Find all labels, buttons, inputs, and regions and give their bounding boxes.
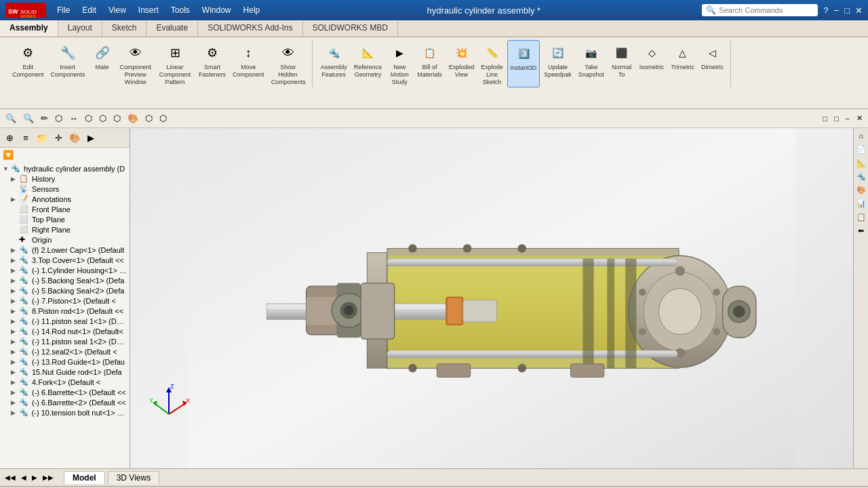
bottom-tab-model[interactable]: Model bbox=[64, 471, 105, 484]
ribbon-btn-explode[interactable]: 📏ExplodeLineSketch bbox=[478, 40, 506, 87]
markup-btn[interactable]: 📊 bbox=[855, 197, 867, 209]
menu-item-help[interactable]: Help bbox=[238, 4, 266, 16]
ribbon-btn-linear-component[interactable]: ⊞Linear ComponentPattern bbox=[155, 40, 195, 87]
tab-evaluate[interactable]: Evaluate bbox=[146, 20, 198, 37]
view-toolbar-btn[interactable]: 🔍 bbox=[3, 112, 19, 125]
ribbon-btn-show[interactable]: 👁ShowHiddenComponents bbox=[269, 40, 308, 87]
ribbon-btn-instant3d[interactable]: 3️⃣Instant3D bbox=[507, 40, 540, 87]
tree-item[interactable]: ▶🔩(-) 6.Barrette<1> (Default << bbox=[0, 387, 130, 397]
panel-expand-btn[interactable]: ▶ bbox=[83, 130, 98, 145]
3d-viewport[interactable]: Z X Y bbox=[130, 128, 853, 468]
view-display-btn[interactable]: ⬡ bbox=[82, 112, 95, 125]
view-window-close-small[interactable]: − bbox=[843, 113, 852, 124]
tree-item[interactable]: ▶🔩3.Top Cover<1> (Default << bbox=[0, 255, 130, 265]
menu-item-edit[interactable]: Edit bbox=[77, 4, 102, 16]
close-button[interactable]: ✕ bbox=[855, 5, 863, 16]
ribbon-btn-move[interactable]: ↕MoveComponent bbox=[230, 40, 267, 87]
tree-item[interactable]: ▶🔩(-) 7.Piston<1> (Default < bbox=[0, 296, 130, 306]
menu-item-file[interactable]: File bbox=[52, 4, 75, 16]
tree-item[interactable]: ▶🔩(-) 10.tension bolt nut<1> (I... bbox=[0, 407, 130, 418]
tab-solidworks-add-ins[interactable]: SOLIDWORKS Add-Ins bbox=[198, 20, 302, 37]
tree-item[interactable]: ▶🔩4.Fork<1> (Default < bbox=[0, 377, 130, 387]
tree-item[interactable]: ▶🔩(-) 5.Backing Seal<1> (Defa bbox=[0, 275, 130, 285]
tree-item[interactable]: ▶🔩(-) 11.piston seal 1<2> (Defa bbox=[0, 336, 130, 346]
tree-item[interactable]: ▼🔩hydraulic cylinder assembly (D bbox=[0, 163, 130, 174]
tab-sketch[interactable]: Sketch bbox=[102, 20, 147, 37]
ribbon-btn-edit[interactable]: ⚙EditComponent bbox=[9, 40, 47, 87]
ribbon-btn-exploded[interactable]: 💥ExplodedView bbox=[446, 40, 477, 87]
ribbon-btn-update[interactable]: 🔄UpdateSpeedpak bbox=[541, 40, 574, 87]
tree-item[interactable]: ▶🔩(-) 1.Cylinder Housing<1> (D bbox=[0, 265, 130, 275]
tree-item[interactable]: ▶🔩(-) 11.piston seal 1<1> (Defa bbox=[0, 316, 130, 326]
ribbon-btn-insert[interactable]: 🔧InsertComponents bbox=[48, 40, 87, 87]
tree-item[interactable]: ▶🔩(f) 2.Lower Cap<1> (Default bbox=[0, 245, 130, 255]
view-snap-btn[interactable]: ⬡ bbox=[142, 112, 155, 125]
tab-layout[interactable]: Layout bbox=[58, 20, 102, 37]
home-btn[interactable]: ⌂ bbox=[855, 129, 867, 142]
ribbon-btn-new[interactable]: ▶NewMotionStudy bbox=[386, 40, 413, 87]
ribbon-btn-normal[interactable]: ⬛NormalTo bbox=[608, 40, 635, 87]
panel-folder-tab[interactable]: 📁 bbox=[35, 130, 50, 145]
view-filter-btn[interactable]: ⬡ bbox=[111, 112, 123, 125]
menu-item-tools[interactable]: Tools bbox=[165, 4, 195, 16]
menu-item-window[interactable]: Window bbox=[197, 4, 237, 16]
view-section-btn[interactable]: ⬡ bbox=[52, 112, 65, 125]
panel-list-tab[interactable]: ≡ bbox=[18, 130, 33, 145]
minimize-button[interactable]: − bbox=[834, 5, 840, 16]
first-btn[interactable]: ◀◀ bbox=[3, 473, 18, 482]
tree-item[interactable]: ▶🔩(-) 13.Rod Guide<1> (Defau bbox=[0, 357, 130, 367]
view-hide-btn[interactable]: ⬡ bbox=[96, 112, 109, 125]
search-input[interactable] bbox=[719, 6, 814, 14]
ribbon-btn-component[interactable]: 👁ComponentPreviewWindow bbox=[117, 40, 155, 87]
panel-model-tab[interactable]: ⊕ bbox=[2, 130, 17, 145]
view-window-close[interactable]: ✕ bbox=[854, 113, 865, 124]
ribbon-btn-mate[interactable]: 🔗Mate bbox=[89, 40, 116, 87]
view-window-restore[interactable]: □ bbox=[820, 113, 830, 124]
menu-item-insert[interactable]: Insert bbox=[133, 4, 164, 16]
prev-btn[interactable]: ◀ bbox=[19, 473, 28, 482]
restore-button[interactable]: □ bbox=[844, 5, 850, 16]
display-btn[interactable]: 🎨 bbox=[855, 184, 867, 196]
tree-item[interactable]: ✚Origin bbox=[0, 235, 130, 245]
ribbon-btn-assembly[interactable]: 🔩AssemblyFeatures bbox=[318, 40, 350, 87]
tree-item[interactable]: ▶🔩15.Nut Guide rod<1> (Defa bbox=[0, 367, 130, 377]
ribbon-btn-take[interactable]: 📷TakeSnapshot bbox=[576, 40, 607, 87]
tree-item[interactable]: ▶🔩(-) 5.Backing Seal<2> (Defa bbox=[0, 285, 130, 296]
tree-item[interactable]: ▶🔩(-) 12.seal2<1> (Default < bbox=[0, 346, 130, 357]
view-zoom-btn[interactable]: 🔍 bbox=[20, 112, 37, 125]
tree-item[interactable]: ⬜Front Plane bbox=[0, 204, 130, 214]
property-btn[interactable]: 📋 bbox=[855, 211, 867, 223]
ribbon-btn-reference[interactable]: 📐ReferenceGeometry bbox=[351, 40, 385, 87]
bottom-tab-3d-views[interactable]: 3D Views bbox=[108, 471, 159, 484]
tree-item[interactable]: ▶🔩8.Piston rod<1> (Default << bbox=[0, 306, 130, 316]
next-btn[interactable]: ▶ bbox=[30, 473, 39, 482]
mates-btn[interactable]: 📐 bbox=[855, 157, 867, 169]
ribbon-btn-smart[interactable]: ⚙SmartFasteners bbox=[196, 40, 229, 87]
components-btn[interactable]: 🔩 bbox=[855, 170, 867, 182]
tree-item[interactable]: ▶🔩(-) 6.Barrette<2> (Default << bbox=[0, 397, 130, 407]
tab-assembly[interactable]: Assembly bbox=[0, 20, 58, 37]
panel-add-tab[interactable]: ✛ bbox=[51, 130, 66, 145]
search-box[interactable]: 🔍 bbox=[702, 4, 818, 16]
file-btn[interactable]: 📄 bbox=[855, 143, 867, 155]
tree-item[interactable]: ▶📋History bbox=[0, 174, 130, 184]
view-window-min[interactable]: □ bbox=[831, 113, 842, 124]
view-rotate-btn[interactable]: ✏ bbox=[38, 112, 51, 125]
panel-appearance-tab[interactable]: 🎨 bbox=[67, 130, 82, 145]
tree-item[interactable]: ▶📝Annotations bbox=[0, 194, 130, 204]
tree-item[interactable]: 📡Sensors bbox=[0, 184, 130, 194]
ribbon-btn-isometric[interactable]: ◇Isometric bbox=[637, 40, 667, 87]
tree-item[interactable]: ▶🔩(-) 14.Rod nut<1> (Default< bbox=[0, 326, 130, 336]
tree-item[interactable]: ⬜Top Plane bbox=[0, 214, 130, 224]
view-pan-btn[interactable]: ↔ bbox=[66, 112, 81, 125]
tree-item[interactable]: ⬜Right Plane bbox=[0, 224, 130, 235]
filter-icon[interactable]: 🔽 bbox=[3, 150, 14, 160]
ribbon-btn-trimetric[interactable]: △Trimetric bbox=[668, 40, 697, 87]
last-btn[interactable]: ▶▶ bbox=[41, 473, 56, 482]
menu-item-view[interactable]: View bbox=[103, 4, 132, 16]
view-lights-btn[interactable]: ⬡ bbox=[157, 112, 170, 125]
tab-solidworks-mbd[interactable]: SOLIDWORKS MBD bbox=[303, 20, 398, 37]
ribbon-btn-bill-of[interactable]: 📋Bill ofMaterials bbox=[414, 40, 445, 87]
view-color-btn[interactable]: 🎨 bbox=[125, 112, 141, 125]
collapse-panel-btn[interactable]: ⬅ bbox=[855, 224, 867, 237]
